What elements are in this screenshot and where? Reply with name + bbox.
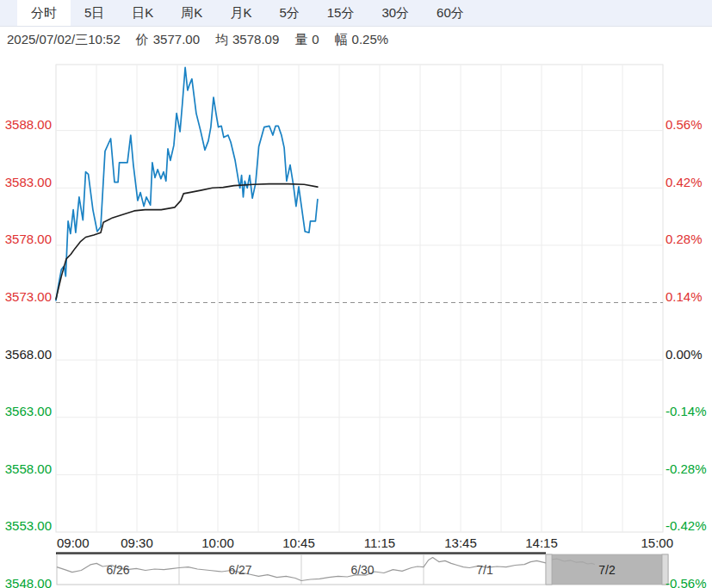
x-axis-time-label: 14:15 [522,535,561,550]
tab-15min[interactable]: 15分 [313,0,368,26]
y-axis-percent-label: 0.56% [666,117,712,133]
change-percent: 幅0.25% [331,32,389,48]
intraday-chart-app: 分时 5日 日K 周K 月K 5分 15分 30分 60分 2025/07/02… [0,0,712,588]
nav-date-label[interactable]: 6/30 [328,563,397,577]
y-axis-price-label: 3558.00 [0,461,52,477]
x-axis-time-label: 15:00 [634,535,673,550]
tab-5min[interactable]: 5分 [265,0,313,26]
quote-datetime: 2025/07/02/三10:52 [7,32,121,48]
y-axis-percent-label: 0.14% [666,289,712,305]
nav-selection-handle-left[interactable] [546,554,552,585]
x-axis-time-label: 10:00 [198,535,238,550]
y-axis-price-label: 3588.00 [0,117,52,133]
quote-infobar: 2025/07/02/三10:52 价3577.00 均3578.09 量0 幅… [0,28,712,52]
change-value: 0.25% [352,32,389,46]
x-axis-time-label: 13:45 [441,535,480,550]
chart-stage: 3588.000.56%3583.000.42%3578.000.28%3573… [0,52,712,588]
last-price: 价3577.00 [132,32,200,48]
volume-value: 0 [312,32,319,46]
y-axis-percent-label: 0.42% [666,175,712,190]
average-line [56,184,318,300]
tab-weekly-k[interactable]: 周K [167,0,216,26]
tab-intraday[interactable]: 分时 [17,0,71,26]
x-axis-time-label: 11:15 [360,535,399,550]
x-axis-time-label: 09:00 [57,535,96,550]
tab-30min[interactable]: 30分 [368,0,423,26]
tab-60min[interactable]: 60分 [423,0,478,26]
price-label: 价 [136,32,149,46]
nav-date-label[interactable]: 7/1 [450,563,519,577]
volume-label: 量 [294,32,307,46]
average-price: 均3578.09 [211,32,279,48]
avg-label: 均 [215,32,228,46]
nav-date-label[interactable]: 6/26 [84,563,152,577]
price-value: 3577.00 [153,32,200,46]
y-axis-percent-label: -0.28% [666,461,712,477]
plot-border [56,65,663,532]
tab-monthly-k[interactable]: 月K [216,0,265,26]
change-label: 幅 [335,32,348,46]
y-axis-percent-label: -0.56% [666,576,712,588]
period-tabbar: 分时 5日 日K 周K 月K 5分 15分 30分 60分 [0,0,712,27]
y-axis-price-label: 3578.00 [0,232,52,247]
price-chart-svg[interactable] [0,52,712,588]
nav-date-label[interactable]: 7/2 [573,563,641,577]
y-axis-percent-label: 0.00% [666,347,712,362]
y-axis-price-label: 3548.00 [0,576,52,588]
nav-date-label[interactable]: 6/27 [206,563,275,577]
y-axis-price-label: 3583.00 [0,175,52,190]
y-axis-price-label: 3573.00 [0,289,52,305]
y-axis-percent-label: 0.28% [666,232,712,247]
avg-value: 3578.09 [232,32,279,46]
x-axis-time-label: 09:30 [117,535,157,550]
y-axis-percent-label: -0.42% [666,518,712,534]
y-axis-percent-label: -0.14% [666,404,712,419]
y-axis-price-label: 3563.00 [0,404,52,419]
x-axis-time-label: 10:45 [279,535,319,550]
y-axis-price-label: 3553.00 [0,518,52,534]
tab-5day[interactable]: 5日 [71,0,118,26]
y-axis-price-label: 3568.00 [0,347,52,362]
tab-daily-k[interactable]: 日K [118,0,167,26]
volume: 量0 [290,32,319,48]
